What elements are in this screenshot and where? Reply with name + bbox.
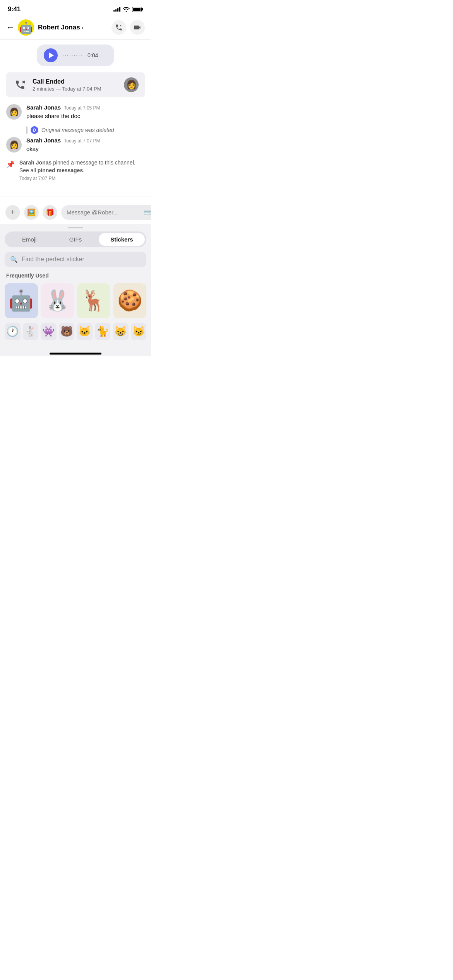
pin-notice-content: Sarah Jonas pinned a message to this cha…: [19, 159, 145, 182]
sticker-item-small[interactable]: 🐈: [95, 323, 111, 340]
panel-tabs: Emoji GIFs Stickers: [5, 231, 146, 247]
sticker-item-small[interactable]: 😸: [113, 323, 129, 340]
video-call-button[interactable]: [130, 20, 145, 35]
message-text: okay: [26, 145, 145, 153]
sender-avatar: 👩: [6, 104, 22, 120]
name-chevron-icon: ›: [82, 24, 84, 31]
message-header: Sarah Jonas Today at 7:07 PM: [26, 137, 145, 144]
phone-icon: [115, 24, 123, 31]
reply-bar: [26, 126, 27, 134]
sticker-item[interactable]: 🐰: [41, 283, 74, 318]
sticker-item-small[interactable]: 🐻: [59, 323, 75, 340]
sender-name: Sarah Jonas: [26, 137, 61, 144]
frequently-used-label: Frequently Used: [6, 272, 145, 279]
contact-name[interactable]: Robert Jonas ›: [38, 24, 112, 31]
status-bar: 9:41: [0, 0, 151, 16]
sticker-search[interactable]: 🔍 Find the perfect sticker: [5, 252, 146, 267]
voice-waveform: ·········: [62, 52, 83, 58]
sticker-item-small[interactable]: 👾: [41, 323, 57, 340]
signal-icon: [113, 7, 120, 12]
voice-bubble: ········· 0:04: [37, 45, 114, 66]
sticker-item-small[interactable]: 🐱: [77, 323, 93, 340]
message-content: Sarah Jonas Today at 7:07 PM okay: [26, 137, 145, 153]
sticker-main-grid: 🤖 🐰 🦌 🍪: [5, 283, 146, 318]
message-text: please share the doc: [26, 112, 145, 120]
sticker-item[interactable]: 🦌: [77, 283, 110, 318]
divider: [0, 197, 151, 197]
add-button[interactable]: +: [5, 205, 20, 220]
sticker-search-placeholder: Find the perfect sticker: [22, 256, 84, 263]
voice-duration: 0:04: [88, 52, 98, 58]
pin-notice: 📌 Sarah Jonas pinned a message to this c…: [6, 159, 145, 182]
message-time: Today at 7:05 PM: [64, 105, 100, 111]
message-input-bar: + 🖼️ 🎁 ⌨️ 🎤: [0, 201, 151, 224]
sticker-item-small[interactable]: 🐇: [23, 323, 39, 340]
call-info: Call Ended 2 minutes — Today at 7:04 PM: [33, 78, 124, 92]
home-bar: [50, 353, 101, 355]
wifi-icon: [123, 7, 130, 12]
back-button[interactable]: ←: [6, 22, 15, 33]
message-input-container: ⌨️: [61, 205, 151, 220]
gift-icon: 🎁: [46, 208, 54, 217]
message-time: Today at 7:07 PM: [64, 138, 100, 144]
gift-button[interactable]: 🎁: [43, 205, 57, 220]
message-row: 👩 Sarah Jonas Today at 7:07 PM okay: [6, 137, 145, 153]
tab-gifs[interactable]: GIFs: [52, 233, 98, 246]
sticker-item[interactable]: 🍪: [113, 283, 147, 318]
plus-icon: +: [11, 208, 15, 216]
message-input[interactable]: [67, 209, 140, 216]
panel-handle: [0, 224, 151, 231]
sticker-item[interactable]: 🤖: [5, 283, 38, 318]
sticker-small-grid: 🕐 🐇 👾 🐻 🐱 🐈 😸 😼: [5, 323, 146, 340]
sticker-item-small[interactable]: 😼: [131, 323, 147, 340]
keyboard-icon: ⌨️: [143, 208, 151, 217]
play-button[interactable]: [44, 48, 58, 62]
avatar: 🤖: [18, 19, 34, 36]
sticker-item-small[interactable]: 🕐: [5, 323, 21, 340]
message-content: Sarah Jonas Today at 7:05 PM please shar…: [26, 104, 145, 120]
photo-icon: 🖼️: [27, 208, 36, 217]
chat-header: ← 🤖 Robert Jonas ›: [0, 16, 151, 40]
home-indicator: [0, 350, 151, 356]
voice-call-button[interactable]: [112, 20, 126, 35]
header-actions: [112, 20, 145, 35]
pin-icon: 📌: [6, 160, 15, 170]
call-ended-banner: Call Ended 2 minutes — Today at 7:04 PM …: [6, 72, 145, 97]
photo-button[interactable]: 🖼️: [24, 205, 39, 220]
status-time: 9:41: [8, 5, 21, 13]
status-icons: [113, 7, 143, 12]
sender-name: Sarah Jonas: [26, 104, 61, 111]
message-header: Sarah Jonas Today at 7:05 PM: [26, 104, 145, 111]
battery-icon: [132, 7, 143, 12]
pin-time: Today at 7:07 PM: [19, 175, 145, 182]
pin-notice-text: Sarah Jonas pinned a message to this cha…: [19, 159, 145, 174]
tab-stickers[interactable]: Stickers: [99, 233, 145, 246]
deleted-message-notice: D Original message was deleted: [26, 126, 145, 134]
voice-message: ········· 0:04: [6, 45, 145, 66]
call-ended-title: Call Ended: [33, 78, 124, 85]
chat-area: ········· 0:04 Call Ended 2 minutes — To…: [0, 40, 151, 193]
sticker-panel: Emoji GIFs Stickers 🔍 Find the perfect s…: [0, 224, 151, 350]
tab-emoji[interactable]: Emoji: [6, 233, 52, 246]
handle-bar: [68, 227, 83, 228]
discord-icon: D: [31, 126, 38, 134]
call-ended-subtitle: 2 minutes — Today at 7:04 PM: [33, 86, 124, 92]
deleted-text: Original message was deleted: [41, 127, 114, 133]
call-avatar: 👩: [124, 77, 139, 92]
sender-avatar: 👩: [6, 137, 22, 152]
message-row: 👩 Sarah Jonas Today at 7:05 PM please sh…: [6, 104, 145, 120]
video-icon: [134, 24, 141, 31]
call-ended-icon: [12, 77, 28, 93]
search-icon: 🔍: [10, 256, 18, 263]
